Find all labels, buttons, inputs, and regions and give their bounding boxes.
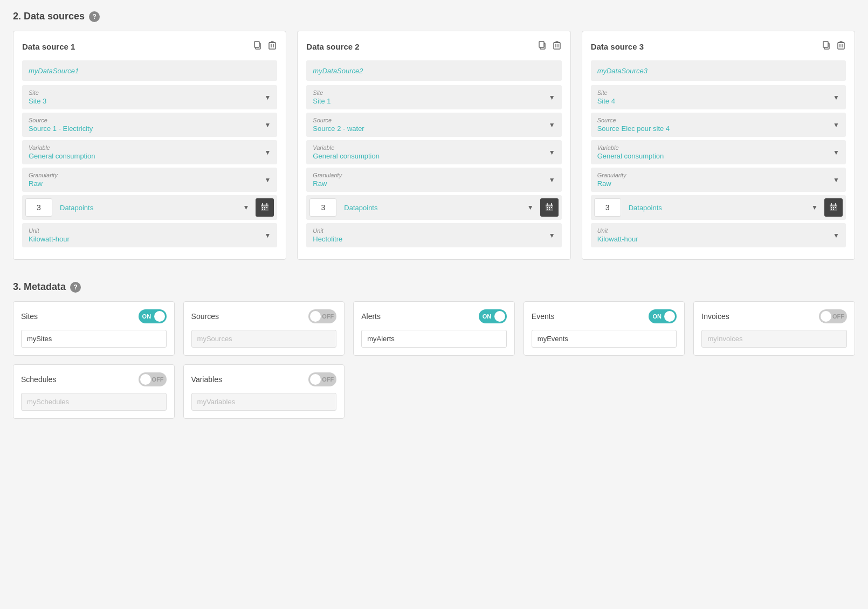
datasource-variable-arrow-ds2: ▼ (549, 149, 555, 156)
datasource-calendar-button-ds1[interactable] (256, 198, 274, 217)
metadata-title-text: 3. Metadata (13, 281, 66, 293)
metadata-card-title-variables: Variables (191, 375, 222, 384)
datasources-help-icon[interactable]: ? (89, 11, 100, 22)
datasource-copy-button-ds1[interactable] (252, 40, 263, 53)
datasource-calendar-button-ds3[interactable] (824, 198, 843, 217)
metadata-input-events[interactable] (532, 330, 677, 348)
datasource-granularity-value-ds2: Raw (313, 179, 544, 188)
datasource-variable-content-ds2: Variable General consumption (313, 144, 544, 160)
metadata-toggle-sites[interactable]: ON (139, 309, 167, 323)
datasource-card-ds3: Data source 3 (582, 31, 855, 260)
metadata-card-header-schedules: Schedules OFF (21, 372, 167, 386)
datasource-unit-row-ds2[interactable]: Unit Hectolitre ▼ (306, 223, 561, 247)
datasource-source-label-ds3: Source (597, 117, 829, 123)
metadata-toggle-schedules[interactable]: OFF (139, 372, 167, 386)
metadata-toggle-container-variables: OFF (308, 372, 336, 386)
datasource-delete-button-ds2[interactable] (552, 40, 562, 53)
datasource-unit-row-ds1[interactable]: Unit Kilowatt-hour ▼ (22, 223, 277, 247)
metadata-toggle-sources[interactable]: OFF (308, 309, 336, 323)
datasource-variable-row-ds2[interactable]: Variable General consumption ▼ (306, 140, 561, 164)
datasource-card-header-ds2: Data source 2 (306, 40, 561, 53)
metadata-input-variables (191, 393, 337, 411)
datasource-variable-value-ds3: General consumption (597, 152, 829, 160)
svg-rect-13 (266, 207, 267, 208)
datasource-source-row-ds1[interactable]: Source Source 1 - Electricity ▼ (22, 113, 277, 137)
datasource-source-value-ds2: Source 2 - water (313, 124, 544, 133)
datasource-granularity-row-ds1[interactable]: Granularity Raw ▼ (22, 168, 277, 192)
datasource-copy-button-ds2[interactable] (537, 40, 548, 53)
metadata-toggle-label-sites: ON (142, 313, 151, 320)
datasource-card-title-ds2: Data source 2 (306, 42, 359, 51)
datasource-delete-button-ds1[interactable] (267, 40, 277, 53)
metadata-card-title-sources: Sources (191, 312, 219, 321)
metadata-toggle-label-invoices: OFF (832, 313, 844, 320)
datasource-unit-label-ds1: Unit (29, 227, 260, 234)
datasource-source-content-ds1: Source Source 1 - Electricity (29, 117, 260, 133)
datasource-site-row-ds3[interactable]: Site Site 4 ▼ (591, 85, 846, 109)
metadata-input-sites[interactable] (21, 330, 167, 348)
svg-rect-12 (264, 207, 265, 208)
datasource-card-actions-ds1 (252, 40, 277, 53)
metadata-toggle-invoices[interactable]: OFF (819, 309, 847, 323)
metadata-input-alerts[interactable] (361, 330, 507, 348)
datasource-site-value-ds3: Site 4 (597, 97, 829, 105)
metadata-toggle-events[interactable]: ON (649, 309, 677, 323)
datasource-variable-content-ds1: Variable General consumption (29, 144, 260, 160)
metadata-card-events: Events ON (523, 301, 685, 356)
datasource-datapoints-arrow-ds3: ▼ (811, 204, 818, 211)
datasource-delete-button-ds3[interactable] (836, 40, 846, 53)
datasource-card-header-ds1: Data source 1 (22, 40, 277, 53)
svg-rect-30 (547, 209, 548, 210)
metadata-card-header-invoices: Invoices OFF (701, 309, 847, 323)
datasource-granularity-content-ds1: Granularity Raw (29, 172, 260, 188)
datasource-site-value-ds1: Site 3 (29, 97, 260, 105)
datasource-datapoints-label-ds1: Datapoints (60, 204, 93, 212)
datasource-site-row-ds1[interactable]: Site Site 3 ▼ (22, 85, 277, 109)
datasource-unit-row-ds3[interactable]: Unit Kilowatt-hour ▼ (591, 223, 846, 247)
metadata-toggle-variables[interactable]: OFF (308, 372, 336, 386)
datasource-datapoints-dropdown-ds1[interactable]: Datapoints ▼ (56, 195, 256, 220)
datasource-source-row-ds2[interactable]: Source Source 2 - water ▼ (306, 113, 561, 137)
datasource-granularity-row-ds2[interactable]: Granularity Raw ▼ (306, 168, 561, 192)
datasource-name-link-ds1[interactable]: myDataSource1 (29, 67, 79, 75)
metadata-toggle-knob-variables (310, 374, 321, 385)
datasource-source-arrow-ds3: ▼ (833, 121, 839, 129)
datasource-variable-arrow-ds3: ▼ (833, 149, 839, 156)
datasource-unit-arrow-ds3: ▼ (833, 232, 839, 239)
svg-rect-15 (264, 209, 265, 210)
svg-rect-47 (833, 209, 834, 210)
datasource-site-arrow-ds3: ▼ (833, 94, 839, 101)
datasource-source-row-ds3[interactable]: Source Source Elec pour site 4 ▼ (591, 113, 846, 137)
datasource-name-row-ds2[interactable]: myDataSource2 (306, 60, 561, 81)
metadata-card-header-sites: Sites ON (21, 309, 167, 323)
datasource-card-title-ds3: Data source 3 (591, 42, 644, 51)
datasource-copy-button-ds3[interactable] (821, 40, 832, 53)
datasource-datapoints-dropdown-ds3[interactable]: Datapoints ▼ (624, 195, 824, 220)
metadata-toggle-alerts[interactable]: ON (479, 309, 507, 323)
metadata-toggle-container-invoices: OFF (819, 309, 847, 323)
datasource-card-ds1: Data source 1 (13, 31, 286, 260)
datasource-variable-row-ds3[interactable]: Variable General consumption ▼ (591, 140, 846, 164)
metadata-card-title-invoices: Invoices (701, 312, 729, 321)
datasource-source-content-ds3: Source Source Elec pour site 4 (597, 117, 829, 133)
datasource-unit-value-ds3: Kilowatt-hour (597, 235, 829, 243)
datasource-site-row-ds2[interactable]: Site Site 1 ▼ (306, 85, 561, 109)
metadata-help-icon[interactable]: ? (70, 282, 81, 293)
datasource-name-row-ds1[interactable]: myDataSource1 (22, 60, 277, 81)
datasource-datapoints-dropdown-ds2[interactable]: Datapoints ▼ (340, 195, 540, 220)
datasource-name-link-ds3[interactable]: myDataSource3 (597, 67, 647, 75)
svg-rect-27 (547, 207, 548, 208)
datasource-name-link-ds2[interactable]: myDataSource2 (313, 67, 363, 75)
datasource-variable-row-ds1[interactable]: Variable General consumption ▼ (22, 140, 277, 164)
metadata-toggle-knob-invoices (821, 311, 831, 322)
datasources-title-text: 2. Data sources (13, 11, 85, 22)
datasource-calendar-button-ds2[interactable] (540, 198, 559, 217)
svg-rect-33 (823, 41, 828, 47)
datasource-granularity-row-ds3[interactable]: Granularity Raw ▼ (591, 168, 846, 192)
datasource-name-row-ds3[interactable]: myDataSource3 (591, 60, 846, 81)
datasource-site-content-ds3: Site Site 4 (597, 89, 829, 105)
metadata-toggle-container-sources: OFF (308, 309, 336, 323)
svg-rect-46 (831, 209, 832, 210)
svg-rect-11 (262, 207, 263, 208)
datasource-unit-value-ds1: Kilowatt-hour (29, 235, 260, 243)
